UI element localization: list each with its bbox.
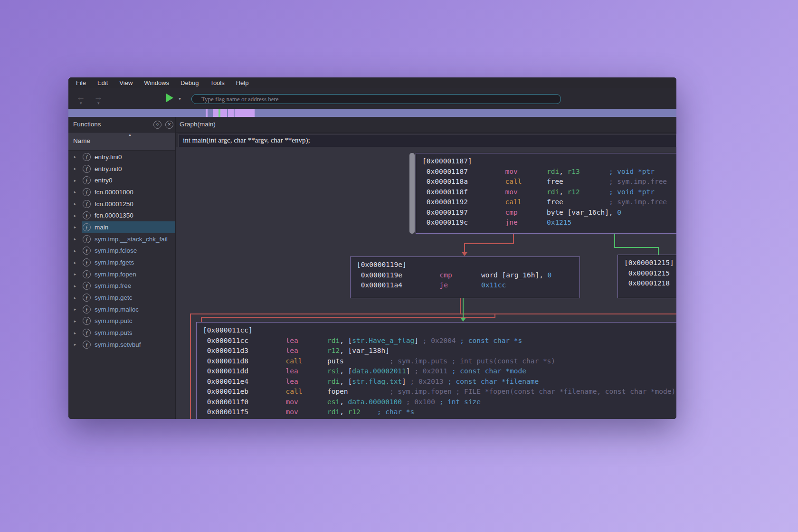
function-label: sym.imp.putc: [95, 317, 133, 324]
function-list-item-main[interactable]: ▸ƒmain: [68, 221, 175, 233]
expand-arrow-icon[interactable]: ▸: [68, 272, 82, 276]
graph-block-0x0000119e[interactable]: [0x0000119e] 0x0000119e cmp word [arg_16…: [350, 256, 580, 298]
graph-edge-false: [464, 243, 514, 244]
close-panel-icon[interactable]: ✕: [165, 121, 173, 129]
function-row-body[interactable]: ƒsym.imp.malloc: [82, 304, 175, 315]
menu-item-edit[interactable]: Edit: [92, 77, 114, 88]
graph-edge-true: [658, 247, 659, 255]
expand-arrow-icon[interactable]: ▸: [68, 331, 82, 335]
menu-item-debug[interactable]: Debug: [175, 77, 204, 88]
expand-arrow-icon[interactable]: ▸: [68, 237, 82, 241]
tab-functions[interactable]: Functions ◇ ✕: [68, 117, 176, 133]
asm-row: 0x00001218: [624, 278, 676, 289]
function-row-body[interactable]: ƒsym.imp.getc: [82, 292, 175, 304]
function-list-item-sym.imp.setvbuf[interactable]: ▸ƒsym.imp.setvbuf: [68, 339, 175, 351]
expand-arrow-icon[interactable]: ▸: [68, 319, 82, 323]
function-row-body[interactable]: ƒentry0: [82, 174, 175, 186]
function-list-item-fcn.00001250[interactable]: ▸ƒfcn.00001250: [68, 198, 175, 210]
expand-arrow-icon[interactable]: ▸: [68, 190, 82, 194]
expand-arrow-icon[interactable]: ▸: [68, 154, 82, 159]
expand-arrow-icon[interactable]: ▸: [68, 342, 82, 347]
function-list-item-fcn.00001000[interactable]: ▸ƒfcn.00001000: [68, 186, 175, 198]
asm-row: 0x000011f0 mov esi, data.00000100 ; 0x10…: [203, 397, 676, 408]
menu-item-view[interactable]: View: [114, 77, 138, 88]
function-row-body[interactable]: ƒsym.imp.puts: [82, 327, 175, 339]
graph-canvas[interactable]: [0x00001187] 0x00001187 mov rdi, r13 ; v…: [176, 147, 676, 419]
tab-graph-main[interactable]: Graph(main): [180, 121, 216, 128]
asm-row: 0x0000118f mov rdi, r12 ; void *ptr: [422, 187, 676, 198]
function-list-item-sym.imp.fopen[interactable]: ▸ƒsym.imp.fopen: [68, 268, 175, 280]
function-row-body[interactable]: ƒsym.imp.setvbuf: [82, 339, 175, 351]
function-row-body[interactable]: ƒsym.imp.fgets: [82, 256, 175, 268]
graph-block-0x00001187[interactable]: [0x00001187] 0x00001187 mov rdi, r13 ; v…: [416, 153, 676, 234]
block-header: [0x00001187]: [422, 156, 676, 167]
memory-map-bar[interactable]: [68, 109, 676, 117]
menu-item-file[interactable]: File: [70, 77, 92, 88]
function-icon: ƒ: [83, 176, 91, 184]
function-row-body[interactable]: ƒsym.imp.__stack_chk_fail: [82, 233, 175, 245]
function-list-item-sym.imp.getc[interactable]: ▸ƒsym.imp.getc: [68, 292, 175, 304]
expand-arrow-icon[interactable]: ▸: [68, 260, 82, 265]
function-list-item-entry.init0[interactable]: ▸ƒentry.init0: [68, 163, 175, 175]
expand-arrow-icon[interactable]: ▸: [68, 284, 82, 288]
function-list-item-sym.imp.puts[interactable]: ▸ƒsym.imp.puts: [68, 327, 175, 339]
function-list-item-sym.imp.malloc[interactable]: ▸ƒsym.imp.malloc: [68, 304, 175, 315]
function-list-item-entry0[interactable]: ▸ƒentry0: [68, 174, 175, 186]
function-list-item-fcn.00001350[interactable]: ▸ƒfcn.00001350: [68, 209, 175, 221]
expand-arrow-icon[interactable]: ▸: [68, 166, 82, 171]
function-row-body[interactable]: ƒsym.imp.putc: [82, 315, 175, 327]
functions-panel: Name ▲ ▸ƒentry.fini0▸ƒentry.init0▸ƒentry…: [68, 133, 176, 419]
function-row-body[interactable]: ƒmain: [82, 221, 175, 233]
function-list-item-sym.imp.free[interactable]: ▸ƒsym.imp.free: [68, 280, 175, 292]
function-label: sym.imp.getc: [95, 294, 133, 301]
name-column-header[interactable]: Name ▲: [68, 133, 175, 151]
asm-row: 0x0000119e cmp word [arg_16h], 0: [357, 270, 580, 281]
function-row-body[interactable]: ƒsym.imp.fclose: [82, 245, 175, 257]
function-list-item-sym.imp.fclose[interactable]: ▸ƒsym.imp.fclose: [68, 245, 175, 257]
function-label: entry.fini0: [95, 153, 122, 161]
forward-dropdown-caret-icon[interactable]: ▾: [97, 101, 100, 105]
function-icon: ƒ: [83, 165, 91, 173]
tab-row: Functions ◇ ✕ Graph(main): [68, 117, 676, 133]
graph-edge-true: [614, 247, 659, 248]
function-list-item-sym.imp.__stack_chk_fail[interactable]: ▸ƒsym.imp.__stack_chk_fail: [68, 233, 175, 245]
function-row-body[interactable]: ƒentry.fini0: [82, 151, 175, 163]
function-list-item-entry.fini0[interactable]: ▸ƒentry.fini0: [68, 151, 175, 163]
menu-item-windows[interactable]: Windows: [138, 77, 175, 88]
function-row-body[interactable]: ƒfcn.00001000: [82, 186, 175, 198]
menu-item-tools[interactable]: Tools: [204, 77, 230, 88]
graph-block-0x000011cc[interactable]: [0x000011cc] 0x000011cc lea rdi, [str.Ha…: [196, 322, 676, 419]
expand-arrow-icon[interactable]: ▸: [68, 201, 82, 206]
graph-block-0x00001215[interactable]: [0x00001215] 0x00001215 0x00001218: [618, 255, 676, 298]
sync-circle-icon[interactable]: ◇: [153, 121, 162, 129]
expand-arrow-icon[interactable]: ▸: [68, 295, 82, 300]
function-row-body[interactable]: ƒfcn.00001250: [82, 198, 175, 210]
function-icon: ƒ: [83, 282, 91, 290]
graph-vertical-scrollbar[interactable]: [409, 153, 415, 234]
graph-edge-arrow-red: [462, 252, 467, 256]
back-dropdown-caret-icon[interactable]: ▾: [80, 101, 82, 105]
function-signature-bar: int main(int argc, char **argv, char **e…: [179, 134, 676, 147]
menu-item-help[interactable]: Help: [230, 77, 255, 88]
toolbar: ← ▾ → ▾ ▾: [68, 88, 676, 109]
expand-arrow-icon[interactable]: ▸: [68, 248, 82, 253]
function-icon: ƒ: [83, 247, 91, 255]
function-list-item-sym.imp.fgets[interactable]: ▸ƒsym.imp.fgets: [68, 256, 175, 268]
function-row-body[interactable]: ƒsym.imp.fopen: [82, 268, 175, 280]
function-row-body[interactable]: ƒentry.init0: [82, 163, 175, 175]
expand-arrow-icon[interactable]: ▸: [68, 307, 82, 312]
expand-arrow-icon[interactable]: ▸: [68, 213, 82, 218]
function-label: main: [95, 224, 108, 231]
search-input[interactable]: [191, 94, 561, 104]
continue-play-icon[interactable]: [166, 94, 173, 102]
play-dropdown-caret-icon[interactable]: ▾: [179, 96, 181, 101]
expand-arrow-icon[interactable]: ▸: [68, 225, 82, 229]
graph-edge-false: [464, 243, 465, 253]
function-row-body[interactable]: ƒfcn.00001350: [82, 209, 175, 221]
memory-map-segment: [206, 109, 208, 117]
asm-row: 0x00001197 cmp byte [var_16ch], 0: [422, 208, 676, 218]
graph-edge-false: [513, 234, 514, 244]
function-row-body[interactable]: ƒsym.imp.free: [82, 280, 175, 292]
function-list-item-sym.imp.putc[interactable]: ▸ƒsym.imp.putc: [68, 315, 175, 327]
expand-arrow-icon[interactable]: ▸: [68, 178, 82, 183]
